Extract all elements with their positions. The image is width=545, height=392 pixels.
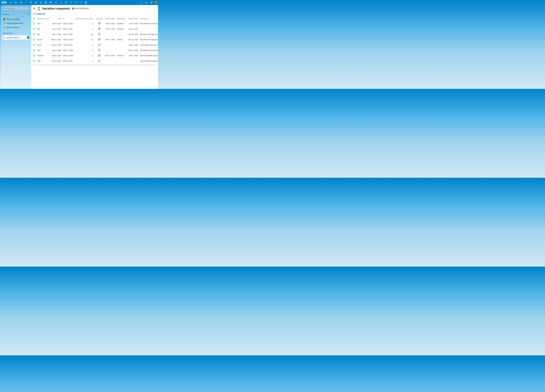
row-checkbox[interactable] [33,28,35,30]
col-header[interactable]: Comments [139,16,158,21]
cell: The Boss [116,53,127,58]
mail-icon[interactable] [33,0,38,5]
cell: Mar 16, 2023 [104,53,116,58]
svg-rect-16 [56,2,56,3]
cell: Mar 15, 2023 [127,48,139,53]
cell [95,53,104,58]
col-header[interactable]: to [62,16,74,21]
row-checkbox[interactable] [33,38,35,40]
select-all-checkbox[interactable] [33,18,35,19]
row-checkbox[interactable] [33,54,35,56]
tasks-icon[interactable] [79,0,83,5]
svg-point-20 [75,2,75,2]
svg-rect-23 [76,2,77,3]
cell: 3 [74,53,95,58]
table-row[interactable]: AliceFeb 5, 2023Feb 10, 20234Feb 2, 2023… [31,21,158,26]
cell: May 8, 2023 [50,53,62,58]
cell: Christine [36,53,50,58]
svg-point-8 [40,2,41,2]
my-item-0[interactable]: 💼Customer tracking [2,17,30,21]
col-header[interactable]: Employee name [36,16,50,21]
cell [95,42,104,48]
svg-rect-13 [46,2,46,3]
cell: Feb 2, 2023 [104,21,116,26]
create-row-button[interactable]: Create row [31,12,158,16]
contacts-icon[interactable] [38,0,43,5]
topbar [0,0,159,5]
lists-icon[interactable] [74,0,79,5]
cell: Apr 12, 2023 [62,26,74,32]
table-row[interactable]: DanielMay 15, 2023May 19, 20235Mar 7, 20… [31,37,158,42]
tables-icon[interactable] [83,0,88,5]
deck-icon[interactable] [63,0,68,5]
col-header[interactable]: Approved by [116,16,127,21]
col-header[interactable]: Approved [95,16,104,21]
cell: Jun 30, 2023 [62,42,74,48]
calendar-icon[interactable] [43,0,48,5]
table-row[interactable]: ChristineMay 8, 2023May 10, 20233Mar 16,… [31,53,158,58]
filter-tables-input[interactable] [3,6,30,11]
col-header[interactable]: Approve date [104,16,116,21]
page-title: 🏝️ Vacation requests [37,6,70,10]
svg-rect-17 [65,2,67,2]
toggle-sidebar-icon[interactable] [33,8,35,9]
accounts-icon[interactable] [149,0,154,5]
filter-input-field[interactable] [6,8,28,9]
table-row[interactable]: JulieApr 24, 2023Apr 28, 20235Days off b… [31,58,158,64]
empty-circle-icon [98,49,100,51]
col-header[interactable]: Request date [127,16,139,21]
cell: 7 [74,48,95,53]
row-checkbox[interactable] [33,49,35,51]
cell: Jan 18, 2023 [127,26,139,32]
table-row[interactable]: BobApr 5, 2023Apr 12, 20235Feb 2, 2023Th… [31,26,158,32]
row-checkbox[interactable] [33,33,35,35]
shared-item-0[interactable]: 🏝️Vacation requests [2,35,30,40]
data-table: Employee namefromtoNumber of working day… [31,16,158,64]
cell: 5 [74,26,95,32]
col-header[interactable]: from [50,16,62,21]
my-item-2[interactable]: 🏝️Vacation requests [2,25,30,29]
dashboard-icon[interactable] [8,0,13,5]
notifications-icon[interactable] [144,0,149,5]
cell [116,58,127,64]
activity-icon[interactable] [23,0,28,5]
app-logo[interactable] [1,1,7,4]
table-row[interactable]: DavidJun 26, 2023Jun 30, 20235Mar 8, 202… [31,42,158,48]
svg-point-40 [27,37,28,38]
my-item-1[interactable]: ✅Project Subrana TODO [2,21,30,25]
svg-point-41 [28,37,28,38]
cell: May 10, 2023 [62,53,74,58]
health-icon[interactable] [48,0,53,5]
row-checkbox[interactable] [33,44,35,46]
empty-circle-icon [98,33,100,35]
notes-icon[interactable] [58,0,63,5]
add-table-button[interactable]: + [28,13,29,16]
cell [104,58,116,64]
analytics-icon[interactable] [53,0,58,5]
table-row[interactable]: EvilMar 5, 2023Apr 10, 202334Jan 30, 202… [31,32,158,37]
cell [104,42,116,48]
svg-rect-33 [86,3,86,3]
avatar[interactable] [154,1,158,4]
cell: Apr 24, 2023 [50,58,62,64]
files-icon[interactable] [13,0,18,5]
col-header[interactable]: Number of working days [74,16,95,21]
horizontal-scrollbar[interactable] [33,64,156,65]
svg-point-35 [141,2,142,3]
cell: Apr 28, 2023 [62,58,74,64]
cell [116,32,127,37]
search-icon[interactable] [139,0,144,5]
svg-point-3 [10,2,12,3]
row-checkbox[interactable] [33,22,35,24]
cell: Lorem ipsum dolor sit amet, consectetur … [139,42,158,48]
cell: Apr 10, 2023 [62,32,74,37]
row-checkbox[interactable] [33,60,35,62]
cell: May 15, 2023 [50,37,62,42]
table-row[interactable]: JohnApr 3, 2023Mar 11, 20237Mar 15, 2023… [31,48,158,53]
talk-icon[interactable] [28,0,33,5]
owner-pill: system administrator [72,7,90,10]
photos-icon[interactable] [18,0,23,5]
sidebar-item-emoji: ✅ [3,22,5,24]
create-row-label: Create row [36,13,45,15]
bookmarks-icon[interactable] [68,0,74,5]
